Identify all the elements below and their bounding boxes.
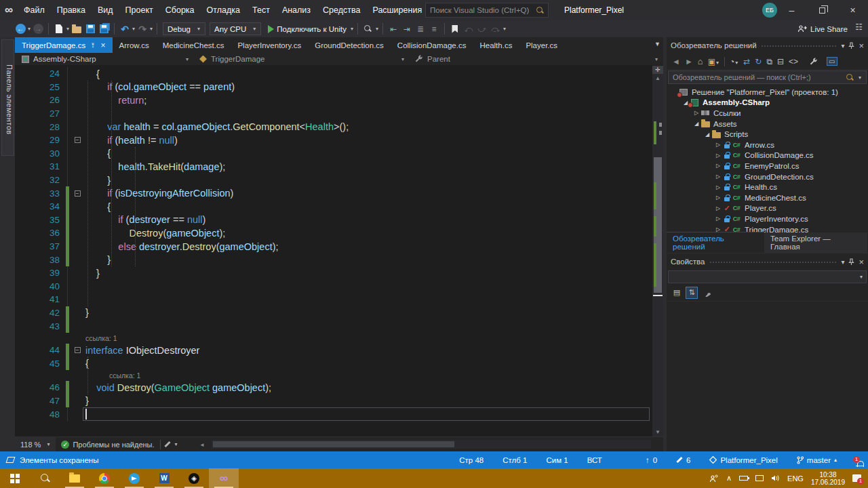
- expander-icon[interactable]: ▷: [714, 152, 722, 159]
- folding-margin[interactable]: −: [72, 347, 83, 353]
- solution-platform-dropdown[interactable]: Any CPU▾: [210, 22, 261, 35]
- categorized-view-button[interactable]: ▤: [671, 287, 683, 299]
- se-refresh-button[interactable]: ↻: [755, 57, 762, 66]
- se-home-button[interactable]: ⌂: [698, 56, 703, 66]
- attach-to-unity-button[interactable]: [263, 22, 277, 36]
- taskbar-search-button[interactable]: [30, 468, 60, 488]
- split-editor-handle[interactable]: ✛: [652, 66, 663, 74]
- menu-8[interactable]: Средства: [317, 0, 366, 20]
- toolbox-tab[interactable]: Панель элементов: [1, 39, 14, 156]
- code-line-43[interactable]: 43: [15, 319, 652, 333]
- tree-item--[interactable]: ▷Ссылки: [667, 108, 868, 119]
- menu-7[interactable]: Анализ: [276, 0, 317, 20]
- send-feedback-icon[interactable]: ☷: [855, 22, 863, 32]
- breakpoint-margin[interactable]: [15, 81, 42, 94]
- code-line-41[interactable]: 41: [15, 293, 652, 306]
- document-tab-triggerdamage-cs[interactable]: TriggerDamage.cs➴×: [15, 37, 113, 53]
- menu-3[interactable]: Проект: [119, 0, 159, 20]
- battery-icon[interactable]: [739, 476, 748, 481]
- document-tab-medicinechest-cs[interactable]: MedicineChest.cs: [156, 37, 231, 53]
- breakpoint-margin[interactable]: [15, 319, 42, 333]
- breakpoint-margin[interactable]: [15, 394, 42, 408]
- document-health-indicator[interactable]: ✓ Проблемы не найдены.: [56, 441, 159, 449]
- uncomment-button[interactable]: ≡: [427, 22, 441, 36]
- se-back-button[interactable]: ◄: [672, 57, 680, 66]
- new-file-dropdown[interactable]: ▾: [66, 26, 69, 32]
- expander-icon[interactable]: ▷: [714, 163, 722, 169]
- properties-pin-icon[interactable]: [848, 258, 854, 266]
- open-file-button[interactable]: [70, 22, 83, 36]
- network-icon[interactable]: [755, 475, 764, 481]
- tree-item-assembly-csharp[interactable]: ◢Assembly-CSharp: [667, 98, 868, 108]
- breakpoint-margin[interactable]: [15, 67, 42, 81]
- horizontal-scrollbar-thumb[interactable]: [213, 441, 454, 447]
- project-dropdown[interactable]: Assembly-CSharp ▾: [15, 53, 193, 65]
- toggle-bookmark-button[interactable]: [448, 22, 462, 36]
- properties-close-icon[interactable]: ×: [859, 257, 864, 267]
- window-position-dropdown[interactable]: ▾: [841, 42, 844, 49]
- tool-window-tab-team-explorer-[interactable]: Team Explorer — Главная: [764, 232, 868, 253]
- unity-button[interactable]: ◈: [179, 468, 209, 488]
- code-line-46[interactable]: 46 void Destroy(GameObject gameObject);: [15, 381, 652, 394]
- tool-window-tab--[interactable]: Обозреватель решений: [667, 232, 764, 253]
- restore-button[interactable]: [807, 0, 837, 20]
- breakpoint-margin[interactable]: [15, 107, 42, 121]
- tree-item-enemypatrol-cs[interactable]: ▷C#EnemyPatrol.cs: [667, 161, 868, 171]
- code-line-40[interactable]: 40: [15, 280, 652, 293]
- save-all-button[interactable]: [97, 22, 111, 36]
- visual-studio-button[interactable]: ∞: [209, 468, 239, 488]
- attach-to-unity-dropdown[interactable]: ▾: [351, 26, 353, 32]
- breakpoint-margin[interactable]: [15, 226, 42, 240]
- redo-button[interactable]: ↷: [136, 22, 149, 36]
- breakpoint-margin[interactable]: [15, 253, 42, 266]
- file-explorer-button[interactable]: [60, 468, 90, 488]
- hidden-icons-chevron[interactable]: ∧: [726, 474, 732, 483]
- breakpoint-margin[interactable]: [15, 147, 42, 161]
- horizontal-scrollbar[interactable]: [212, 440, 651, 449]
- quick-search-box[interactable]: Поиск Visual Studio (Ctrl+Q): [425, 3, 549, 18]
- se-forward-button[interactable]: ►: [685, 57, 693, 66]
- navigate-forward-button[interactable]: →: [31, 22, 45, 36]
- breakpoint-margin[interactable]: [15, 186, 42, 200]
- scroll-left-arrow[interactable]: ◄: [199, 442, 205, 448]
- zoom-level-dropdown[interactable]: 118 %▾: [15, 437, 56, 451]
- document-tab-health-cs[interactable]: Health.cs: [473, 37, 519, 53]
- document-tab-playerinventory-cs[interactable]: PlayerInventory.cs: [231, 37, 308, 53]
- expander-icon[interactable]: ▷: [714, 195, 722, 201]
- breakpoint-margin[interactable]: [15, 214, 42, 227]
- breakpoint-margin[interactable]: [15, 344, 42, 357]
- menu-5[interactable]: Отладка: [201, 0, 246, 20]
- indent-decrease-button[interactable]: ⇤: [387, 22, 400, 36]
- undo-dropdown[interactable]: ▾: [132, 26, 135, 32]
- collapse-region-icon[interactable]: −: [75, 347, 81, 353]
- navigate-back-dropdown[interactable]: ▾: [28, 26, 31, 32]
- branch-button[interactable]: master ▴: [787, 456, 846, 464]
- property-pages-icon[interactable]: [703, 289, 711, 297]
- minimize-button[interactable]: –: [776, 0, 807, 20]
- breakpoint-margin[interactable]: [15, 280, 42, 293]
- code-line-45[interactable]: 45{: [15, 357, 652, 370]
- tree-item-playerinventory-cs[interactable]: ▷C#PlayerInventory.cs: [667, 214, 868, 224]
- comment-button[interactable]: ≣: [414, 22, 427, 36]
- chrome-button[interactable]: [90, 468, 119, 488]
- incoming-commits[interactable]: ↑ 0: [636, 456, 667, 464]
- redo-dropdown[interactable]: ▾: [150, 26, 153, 32]
- tree-item-health-cs[interactable]: ▷C#Health.cs: [667, 182, 868, 192]
- expander-icon[interactable]: ▷: [714, 205, 722, 211]
- save-button[interactable]: [83, 22, 97, 36]
- document-tab-player-cs[interactable]: Player.cs: [519, 37, 564, 53]
- code-line-42[interactable]: 42}: [15, 306, 652, 320]
- expander-icon[interactable]: ◢: [703, 131, 711, 138]
- expander-icon[interactable]: ▷: [714, 216, 722, 222]
- word-button[interactable]: W: [149, 468, 179, 488]
- scroll-up-arrow[interactable]: ▲: [652, 75, 663, 81]
- codelens-indicator[interactable]: ссылка: 1: [15, 370, 652, 381]
- breakpoint-margin[interactable]: [15, 407, 42, 421]
- breakpoint-margin[interactable]: [15, 306, 42, 320]
- breakpoint-margin[interactable]: [15, 293, 42, 306]
- repository-button[interactable]: Platformer_Pixel: [700, 456, 787, 464]
- solution-explorer-search[interactable]: Обозреватель решений — поиск (Ctrl+;) ▾: [668, 70, 867, 84]
- close-panel-icon[interactable]: ×: [859, 41, 864, 51]
- next-bookmark-button[interactable]: ⤻: [475, 22, 489, 36]
- se-properties-icon[interactable]: [810, 58, 818, 66]
